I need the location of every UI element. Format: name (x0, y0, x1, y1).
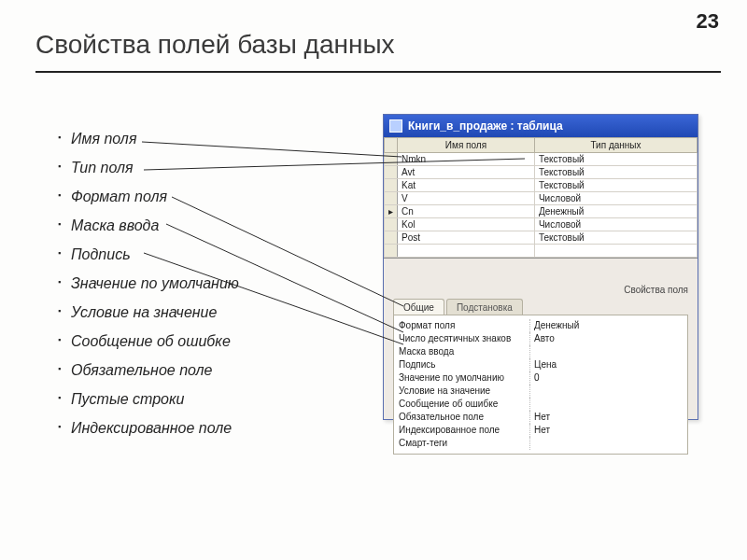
window-titlebar[interactable]: Книги_в_продаже : таблица (384, 115, 698, 137)
table-row[interactable]: KolЧисловой (385, 218, 698, 231)
property-row[interactable]: Индексированное полеНет (399, 424, 683, 437)
column-header-name[interactable]: Имя поля (398, 138, 535, 153)
bullet-item: Маска ввода (58, 217, 338, 234)
property-row[interactable]: Сообщение об ошибке (399, 398, 683, 411)
window-title: Книги_в_продаже : таблица (408, 119, 563, 133)
page-number: 23 (697, 9, 719, 34)
title-underline (35, 71, 721, 73)
property-row[interactable]: Смарт-теги (399, 437, 683, 450)
table-row[interactable]: ▸CnДенежный (385, 205, 698, 218)
property-row[interactable]: Обязательное полеНет (399, 411, 683, 424)
property-row[interactable]: ПодписьЦена (399, 358, 683, 371)
property-row[interactable]: Маска ввода (399, 345, 683, 358)
access-table-window: Книги_в_продаже : таблица Имя поля Тип д… (383, 114, 698, 420)
bullet-list: Имя поля Тип поля Формат поля Маска ввод… (58, 131, 338, 449)
bullet-item: Условие на значение (58, 304, 338, 321)
slide-title: Свойства полей базы данных (35, 30, 395, 60)
table-row[interactable]: NmknТекстовый (385, 153, 698, 166)
property-row[interactable]: Условие на значение (399, 385, 683, 398)
table-row[interactable]: VЧисловой (385, 192, 698, 205)
bullet-item: Значение по умолчанию (58, 275, 338, 292)
table-row[interactable] (385, 245, 698, 258)
table-row[interactable]: PostТекстовый (385, 231, 698, 245)
tab-lookup[interactable]: Подстановка (446, 299, 523, 315)
row-selector-icon[interactable]: ▸ (385, 205, 398, 218)
table-icon (389, 119, 402, 133)
bullet-item: Подпись (58, 246, 338, 263)
column-header-type[interactable]: Тип данных (534, 138, 697, 153)
bullet-item: Тип поля (58, 160, 338, 176)
bullet-item: Индексированное поле (58, 420, 338, 437)
bullet-item: Обязательное поле (58, 362, 338, 379)
table-row[interactable]: AvtТекстовый (385, 166, 698, 179)
properties-section-label: Свойства поля (384, 279, 698, 299)
property-row[interactable]: Число десятичных знаковАвто (399, 332, 683, 345)
property-row[interactable]: Значение по умолчанию0 (399, 371, 683, 385)
bullet-item: Сообщение об ошибке (58, 333, 338, 350)
field-grid: Имя поля Тип данных NmknТекстовый AvtТек… (384, 137, 698, 259)
tab-general[interactable]: Общие (393, 299, 444, 315)
property-row[interactable]: Формат поляДенежный (399, 319, 683, 332)
bullet-item: Пустые строки (58, 391, 338, 408)
bullet-item: Формат поля (58, 189, 338, 205)
bullet-item: Имя поля (58, 131, 338, 147)
row-header-blank (385, 138, 398, 153)
table-row[interactable]: KatТекстовый (385, 179, 698, 192)
property-tabs: Общие Подстановка (393, 299, 698, 315)
properties-panel: Формат поляДенежный Число десятичных зна… (393, 315, 688, 455)
